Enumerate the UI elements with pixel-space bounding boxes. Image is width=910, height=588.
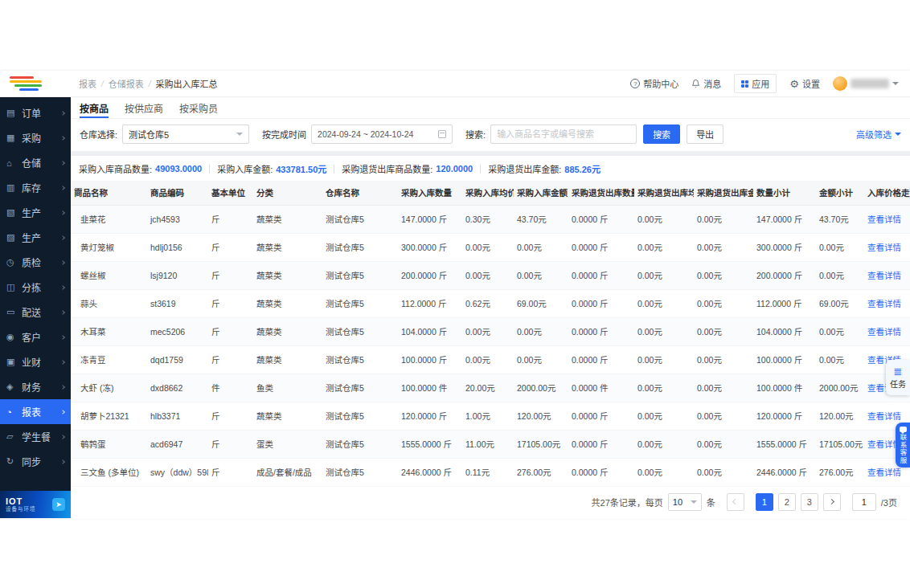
next-page-button[interactable] (823, 493, 841, 511)
cell-category: 蔬菜类 (253, 289, 322, 317)
date-range-picker[interactable]: 2024-09-24 ~ 2024-10-24 (311, 125, 453, 144)
cell-price-trend: 查看详情 (864, 261, 910, 289)
search-input[interactable] (491, 125, 636, 143)
column-header-label: 采购入库均价 (465, 188, 514, 198)
summary-label: 采购退货出库金额: (488, 162, 561, 175)
page-button[interactable]: 2 (778, 493, 796, 511)
table-row: 韭菜花 jch4593 斤 蔬菜类 测试仓库5 147.0000 斤 0.30元… (71, 205, 910, 233)
column-header[interactable]: 基本单位 (208, 181, 253, 205)
column-header-label: 采购退货出库金额 (697, 188, 753, 198)
breadcrumb-item[interactable]: 仓储报表 (109, 77, 144, 90)
sidebar-item-label: 业财 (22, 355, 59, 369)
column-header[interactable]: 入库价格走势 (864, 181, 910, 205)
export-button[interactable]: 导出 (687, 125, 723, 144)
view-details-link[interactable]: 查看详情 (867, 214, 901, 224)
view-details-link[interactable]: 查看详情 (867, 411, 901, 421)
sidebar-item[interactable]: ↻ 同步 (0, 449, 71, 474)
cell-inbound-qty: 2446.0000 斤 (398, 458, 462, 486)
column-header-label: 商品编码 (150, 188, 184, 198)
prev-page-button[interactable] (727, 493, 744, 511)
sidebar-item[interactable]: ▭ 配送 (0, 300, 71, 325)
sidebar-item[interactable]: ◈ 财务 (0, 374, 71, 399)
sidebar-item[interactable]: ⌂ 仓储 (0, 150, 71, 175)
cell-product-code: mec5206 (147, 317, 208, 345)
column-header[interactable]: 商品编码 (147, 181, 208, 205)
chevron-right-icon (60, 186, 65, 190)
search-button[interactable]: 搜索 (643, 125, 680, 144)
column-header[interactable]: 仓库名称 (322, 181, 398, 205)
cell-product-code: dxd8662 (147, 374, 208, 402)
cell-inbound-avg-price: 0.62元 (462, 289, 514, 317)
column-header[interactable]: 数量小计 (753, 181, 816, 205)
page-size-select[interactable]: 10 (668, 493, 702, 511)
sidebar-item-label: 财务 (22, 380, 59, 394)
view-details-link[interactable]: 查看详情 (867, 468, 901, 477)
cell-inbound-amount: 0.00元 (514, 317, 568, 345)
sidebar-item[interactable]: ▣ 业财 (0, 349, 71, 374)
messages-button[interactable]: 消息 (691, 77, 721, 90)
tab[interactable]: 按采购员 (179, 97, 218, 118)
sidebar-item[interactable]: ◔ 报表 (0, 399, 71, 424)
cell-return-avg-price: 0.00元 (634, 402, 694, 430)
settings-button[interactable]: 设置 (789, 77, 820, 90)
cell-inbound-qty: 300.0000 斤 (398, 233, 462, 261)
column-header[interactable]: 采购入库均价 (462, 181, 514, 205)
cell-return-avg-price: 0.00元 (634, 205, 694, 233)
sidebar-item[interactable]: ◷ 质检 (0, 250, 71, 275)
sidebar-item[interactable]: ▧ 生产 (0, 200, 71, 225)
tab[interactable]: 按商品 (80, 97, 109, 118)
page-number: 2 (785, 497, 789, 507)
sidebar-item[interactable]: ▨ 生产 (0, 225, 71, 250)
tasks-widget[interactable]: 任务 (886, 360, 910, 395)
table-row: 蒜头 st3619 斤 蔬菜类 测试仓库5 112.0000 斤 0.62元 6… (71, 289, 910, 317)
cell-category: 蔬菜类 (253, 317, 322, 345)
chevron-right-icon (60, 285, 65, 290)
pagination: 共27条记录，每页 10 条 1 (71, 487, 910, 519)
main-content: 按商品 按供应商 按采购员 仓库选择: (71, 97, 910, 518)
sidebar-item[interactable]: ◫ 分拣 (0, 275, 71, 300)
calendar-icon (438, 130, 446, 138)
breadcrumb-item[interactable]: 报表 (79, 77, 96, 90)
column-header[interactable]: 金额小计 (816, 181, 864, 205)
column-header[interactable]: 分类 (253, 181, 322, 205)
sidebar-item[interactable]: ▦ 采购 (0, 125, 71, 150)
column-header[interactable]: 采购退货出库数量 (568, 181, 634, 205)
column-header-label: 采购退货出库均价 (637, 188, 694, 198)
cell-unit: 斤 (208, 233, 253, 261)
column-header[interactable]: 采购入库数量 (398, 181, 462, 205)
sidebar-item[interactable]: ▥ 库存 (0, 175, 71, 200)
sidebar-item[interactable]: ◉ 客户 (0, 325, 71, 349)
view-details-link[interactable]: 查看详情 (867, 327, 901, 337)
cell-product-code: jch4593 (147, 205, 208, 233)
customer-service-button[interactable]: 联系客服 (896, 423, 910, 468)
user-menu[interactable] (833, 76, 899, 91)
tab-label: 按采购员 (179, 101, 218, 115)
column-header[interactable]: 采购退货出库均价 (634, 181, 694, 205)
cell-warehouse: 测试仓库5 (322, 289, 398, 317)
view-details-link[interactable]: 查看详情 (867, 299, 901, 308)
column-header[interactable]: 采购入库金额 (514, 181, 568, 205)
warehouse-select[interactable]: 测试仓库5 (122, 125, 249, 144)
column-settings-icon[interactable] (75, 188, 82, 194)
sidebar-item-icon: ▤ (6, 108, 18, 118)
column-header-label: 采购退货出库数量 (572, 188, 634, 198)
apps-button[interactable]: 应用 (734, 74, 777, 93)
sidebar-item[interactable]: ▤ 订单 (0, 100, 71, 125)
cell-warehouse: 测试仓库5 (322, 345, 398, 374)
column-header-label: 基本单位 (211, 188, 245, 198)
column-header[interactable]: 采购退货出库金额 (694, 181, 753, 205)
page-button[interactable]: 3 (801, 493, 818, 511)
column-header[interactable]: 商品名称 (71, 181, 147, 205)
cell-warehouse: 测试仓库5 (322, 261, 398, 289)
table-row: 冻青豆 dqd1759 斤 蔬菜类 测试仓库5 100.0000 斤 0.00元… (71, 345, 910, 374)
view-details-link[interactable]: 查看详情 (867, 271, 901, 280)
page-button[interactable]: 1 (756, 493, 773, 511)
view-details-link[interactable]: 查看详情 (867, 243, 901, 252)
iot-banner[interactable]: IOT 设备与环境 (0, 491, 71, 518)
chevron-right-icon (60, 260, 65, 265)
help-center-button[interactable]: 帮助中心 (630, 77, 678, 90)
tab[interactable]: 按供应商 (125, 97, 163, 118)
advanced-filter-link[interactable]: 高级筛选 (856, 128, 901, 141)
page-jump-input[interactable] (852, 493, 876, 511)
sidebar-item[interactable]: ▱ 学生餐 (0, 424, 71, 449)
